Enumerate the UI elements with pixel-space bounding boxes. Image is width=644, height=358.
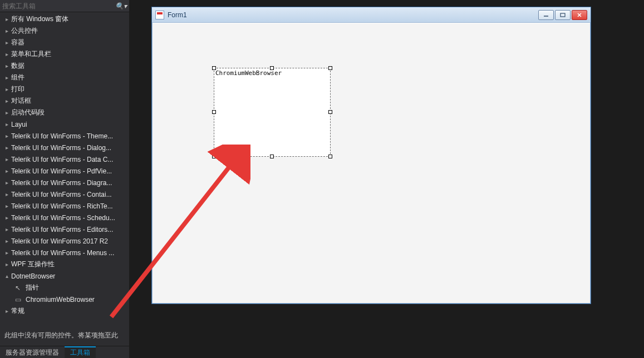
control-label: ChromiumWebBrowser bbox=[215, 69, 282, 77]
toolbox-category[interactable]: ▸Telerik UI for WinForms - Schedu... bbox=[0, 212, 129, 223]
toolbox-category[interactable]: ▸公共控件 bbox=[0, 25, 129, 37]
tab-toolbox[interactable]: 工具箱 bbox=[65, 346, 96, 358]
toolbox-category-label: 数据 bbox=[11, 61, 24, 71]
form-titlebar: Form1 bbox=[152, 7, 591, 23]
toolbox-category-label: 所有 Windows 窗体 bbox=[11, 14, 68, 24]
resize-handle-ne[interactable] bbox=[328, 66, 332, 70]
svg-rect-1 bbox=[561, 13, 565, 17]
chevron-right-icon: ▸ bbox=[3, 121, 10, 127]
toolbox-category[interactable]: ▸菜单和工具栏 bbox=[0, 48, 129, 60]
designer-area: Form1 ChromiumWebBrowser bbox=[129, 0, 644, 358]
chevron-right-icon: ▸ bbox=[3, 203, 10, 209]
chevron-right-icon: ▸ bbox=[3, 28, 10, 34]
bottom-tabs: 服务器资源管理器 工具箱 bbox=[0, 346, 129, 358]
toolbox-item-label: 指针 bbox=[26, 283, 39, 292]
toolbox-category[interactable]: ▸Telerik UI for WinForms - RichTe... bbox=[0, 200, 129, 212]
chevron-right-icon: ▸ bbox=[3, 261, 10, 267]
toolbox-category-label: Telerik UI for WinForms - Data C... bbox=[11, 156, 113, 163]
chevron-right-icon: ▸ bbox=[3, 180, 10, 186]
toolbox-category-label: Telerik UI for WinForms - Menus ... bbox=[11, 249, 114, 257]
chevron-right-icon: ▸ bbox=[3, 63, 10, 69]
chevron-right-icon: ▸ bbox=[3, 238, 10, 244]
chevron-right-icon: ▸ bbox=[3, 74, 10, 81]
toolbox-category-label: 启动代码段 bbox=[11, 108, 45, 117]
form-client-area[interactable]: ChromiumWebBrowser bbox=[153, 23, 590, 303]
toolbox-category[interactable]: ▸WPF 互操作性 bbox=[0, 258, 129, 270]
toolbox-category[interactable]: ▸数据 bbox=[0, 60, 129, 72]
toolbox-category[interactable]: ▸Telerik UI for WinForms - Theme... bbox=[0, 130, 129, 142]
toolbox-category[interactable]: ▸对话框 bbox=[0, 95, 129, 107]
resize-handle-e[interactable] bbox=[328, 110, 332, 114]
chevron-down-icon: ▴ bbox=[3, 273, 10, 279]
toolbox-category-label: Telerik UI for WinForms - Editors... bbox=[11, 226, 113, 233]
form-title: Form1 bbox=[168, 11, 538, 19]
toolbox-category-label: Telerik UI for WinForms 2017 R2 bbox=[11, 237, 108, 245]
minimize-button[interactable] bbox=[538, 10, 554, 20]
chevron-right-icon: ▸ bbox=[3, 110, 10, 116]
form-icon bbox=[155, 11, 164, 19]
toolbox-category[interactable]: ▸Telerik UI for WinForms 2017 R2 bbox=[0, 235, 129, 247]
resize-handle-s[interactable] bbox=[270, 155, 274, 158]
resize-handle-nw[interactable] bbox=[212, 66, 216, 70]
chevron-right-icon: ▸ bbox=[3, 51, 10, 57]
toolbox-category[interactable]: ▸所有 Windows 窗体 bbox=[0, 13, 129, 25]
toolbox-category-label: Layui bbox=[11, 121, 27, 128]
chevron-right-icon: ▸ bbox=[3, 191, 10, 197]
toolbox-category[interactable]: ▸常规 bbox=[0, 305, 129, 317]
chevron-right-icon: ▸ bbox=[3, 215, 10, 221]
toolbox-search-input[interactable] bbox=[2, 2, 113, 10]
chevron-right-icon: ▸ bbox=[3, 226, 10, 232]
close-button[interactable] bbox=[572, 10, 587, 20]
toolbox-category-label: 对话框 bbox=[11, 96, 31, 106]
toolbox-category-label: 容器 bbox=[11, 38, 24, 47]
component-icon: ▭ bbox=[13, 296, 22, 304]
toolbox-empty-text: 此组中没有可用的控件。将某项拖至此 bbox=[0, 327, 129, 346]
toolbox-category[interactable]: ▸Telerik UI for WinForms - Data C... bbox=[0, 153, 129, 165]
resize-handle-n[interactable] bbox=[270, 66, 274, 70]
toolbox-item[interactable]: ▭ChromiumWebBrowser bbox=[0, 294, 129, 305]
toolbox-category-label: Telerik UI for WinForms - Diagra... bbox=[11, 179, 112, 187]
toolbox-category-label: Telerik UI for WinForms - Schedu... bbox=[11, 214, 115, 222]
toolbox-category[interactable]: ▸Telerik UI for WinForms - Dialog... bbox=[0, 142, 129, 153]
toolbox-tree: ▸所有 Windows 窗体▸公共控件▸容器▸菜单和工具栏▸数据▸组件▸打印▸对… bbox=[0, 12, 129, 327]
maximize-button[interactable] bbox=[555, 10, 571, 20]
toolbox-category-label: DotnetBrowser bbox=[11, 272, 55, 280]
toolbox-category[interactable]: ▸打印 bbox=[0, 83, 129, 95]
toolbox-category-label: 公共控件 bbox=[11, 26, 38, 36]
toolbox-category[interactable]: ▸Layui bbox=[0, 118, 129, 130]
search-icon[interactable]: 🔍▾ bbox=[115, 2, 127, 10]
resize-handle-w[interactable] bbox=[212, 110, 216, 114]
form-window: Form1 ChromiumWebBrowser bbox=[151, 7, 591, 304]
selected-control[interactable]: ChromiumWebBrowser bbox=[214, 68, 331, 157]
chevron-right-icon: ▸ bbox=[3, 98, 10, 104]
toolbox-category[interactable]: ▸Telerik UI for WinForms - Menus ... bbox=[0, 247, 129, 258]
window-controls bbox=[538, 10, 587, 20]
tab-server-explorer[interactable]: 服务器资源管理器 bbox=[0, 346, 65, 358]
toolbox-item-label: ChromiumWebBrowser bbox=[26, 296, 95, 304]
chevron-right-icon: ▸ bbox=[3, 168, 10, 174]
toolbox-category[interactable]: ▸Telerik UI for WinForms - Editors... bbox=[0, 223, 129, 235]
toolbox-category[interactable]: ▸Telerik UI for WinForms - PdfVie... bbox=[0, 165, 129, 177]
toolbox-category[interactable]: ▸Telerik UI for WinForms - Contai... bbox=[0, 188, 129, 200]
toolbox-category-label: Telerik UI for WinForms - Theme... bbox=[11, 132, 113, 140]
chevron-right-icon: ▸ bbox=[3, 145, 10, 151]
resize-handle-sw[interactable] bbox=[212, 155, 216, 158]
toolbox-panel: 🔍▾ ▸所有 Windows 窗体▸公共控件▸容器▸菜单和工具栏▸数据▸组件▸打… bbox=[0, 0, 129, 358]
toolbox-category[interactable]: ▴DotnetBrowser bbox=[0, 270, 129, 282]
chevron-right-icon: ▸ bbox=[3, 16, 10, 22]
toolbox-category[interactable]: ▸启动代码段 bbox=[0, 107, 129, 118]
chevron-right-icon: ▸ bbox=[3, 133, 10, 139]
resize-handle-se[interactable] bbox=[328, 155, 332, 158]
toolbox-category-label: 常规 bbox=[11, 306, 24, 316]
chevron-right-icon: ▸ bbox=[3, 250, 10, 256]
toolbox-category[interactable]: ▸容器 bbox=[0, 37, 129, 48]
form-designer-surface[interactable]: Form1 ChromiumWebBrowser bbox=[151, 7, 591, 304]
toolbox-item[interactable]: ↖指针 bbox=[0, 282, 129, 294]
toolbox-category[interactable]: ▸组件 bbox=[0, 72, 129, 83]
toolbox-category-label: 打印 bbox=[11, 84, 24, 94]
toolbox-category[interactable]: ▸Telerik UI for WinForms - Diagra... bbox=[0, 177, 129, 188]
chevron-right-icon: ▸ bbox=[3, 39, 10, 46]
chevron-right-icon: ▸ bbox=[3, 156, 10, 162]
toolbox-category-label: Telerik UI for WinForms - RichTe... bbox=[11, 202, 113, 210]
toolbox-category-label: 菜单和工具栏 bbox=[11, 49, 51, 59]
